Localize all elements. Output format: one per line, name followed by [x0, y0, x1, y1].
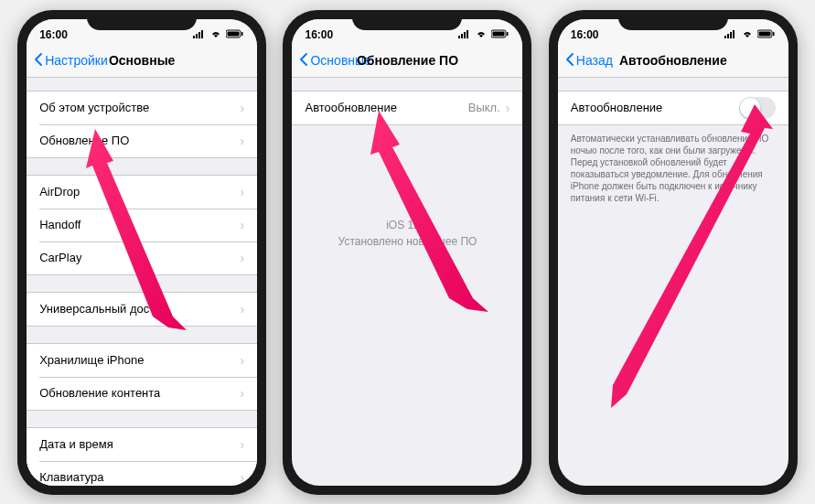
wifi-icon [209, 28, 222, 41]
svg-rect-3 [201, 30, 203, 38]
screen-auto-update: 16:00 Назад Автообновление Автообновлени… [558, 19, 788, 486]
chevron-right-icon: › [240, 353, 244, 368]
svg-rect-8 [461, 34, 463, 38]
status-time: 16:00 [39, 28, 68, 41]
row-label: AirDrop [39, 185, 80, 198]
signal-icon [724, 28, 737, 41]
phone-1: 16:00 Настройки Основные [17, 10, 266, 495]
row-accessibility[interactable]: Универсальный доступ › [27, 293, 257, 326]
settings-group: Дата и время › Клавиатура › Язык и регио… [27, 427, 257, 486]
row-label: Обновление ПО [39, 134, 129, 147]
screen-general: 16:00 Настройки Основные [27, 19, 257, 486]
row-label: Handoff [39, 218, 80, 231]
nav-bar: Основные Обновление ПО [292, 45, 522, 78]
row-label: Автообновление [571, 101, 663, 114]
svg-rect-20 [773, 32, 775, 36]
svg-rect-9 [464, 32, 466, 38]
wifi-icon [475, 28, 488, 41]
row-about[interactable]: Об этом устройстве › [27, 91, 257, 124]
ios-version: iOS 12.1 [310, 217, 504, 233]
status-right [458, 28, 509, 41]
page-title: Автообновление [619, 53, 727, 68]
row-software-update[interactable]: Обновление ПО › [27, 124, 257, 157]
notch [352, 10, 462, 30]
chevron-right-icon: › [240, 470, 244, 485]
svg-rect-12 [493, 31, 505, 36]
svg-rect-1 [196, 34, 198, 38]
chevron-right-icon: › [240, 251, 244, 265]
section-footer: Автоматически устанавливать обновления П… [558, 125, 788, 211]
svg-rect-0 [193, 36, 195, 38]
svg-rect-15 [727, 34, 729, 38]
back-label: Настройки [45, 53, 108, 68]
status-right [724, 28, 776, 41]
chevron-right-icon: › [240, 437, 244, 452]
nav-bar: Назад Автообновление [558, 45, 788, 78]
page-title: Основные [109, 53, 176, 68]
update-status: iOS 12.1 Установлено новейшее ПО [292, 125, 522, 268]
toggle-switch[interactable] [739, 97, 776, 119]
row-auto-update-toggle[interactable]: Автообновление [558, 91, 788, 124]
svg-rect-7 [458, 36, 460, 38]
wifi-icon [741, 28, 754, 41]
screen-software-update: 16:00 Основные Обновление ПО Автообновле… [292, 19, 522, 486]
row-label: Универсальный доступ [39, 302, 167, 316]
svg-rect-2 [198, 32, 200, 38]
row-label: Хранилище iPhone [39, 353, 144, 367]
status-time: 16:00 [571, 28, 599, 41]
row-label: Дата и время [39, 437, 113, 451]
page-title: Обновление ПО [357, 53, 458, 68]
row-value: Выкл. [468, 101, 500, 114]
row-label: CarPlay [39, 251, 81, 264]
chevron-right-icon: › [240, 386, 244, 401]
svg-rect-6 [241, 32, 243, 36]
row-label: Автообновление [305, 101, 397, 114]
svg-rect-16 [730, 32, 732, 38]
content[interactable]: Автообновление Выкл. › iOS 12.1 Установл… [292, 78, 522, 486]
svg-rect-17 [733, 30, 735, 38]
back-button[interactable]: Настройки [34, 52, 108, 70]
back-button[interactable]: Назад [565, 52, 613, 70]
chevron-left-icon [299, 52, 308, 70]
phone-3: 16:00 Назад Автообновление Автообновлени… [549, 10, 798, 495]
signal-icon [458, 28, 471, 41]
chevron-right-icon: › [240, 218, 244, 232]
svg-rect-14 [724, 36, 726, 38]
battery-icon [757, 28, 776, 41]
row-background-refresh[interactable]: Обновление контента › [27, 377, 257, 410]
settings-group: Автообновление [558, 91, 788, 125]
battery-icon [226, 28, 244, 41]
settings-group: Хранилище iPhone › Обновление контента › [27, 343, 257, 411]
row-carplay[interactable]: CarPlay › [27, 241, 257, 274]
settings-group: AirDrop › Handoff › CarPlay › [27, 175, 257, 275]
content[interactable]: Об этом устройстве › Обновление ПО › Air… [27, 78, 257, 486]
content[interactable]: Автообновление Автоматически устанавлива… [558, 78, 788, 486]
svg-rect-13 [507, 32, 509, 36]
settings-group: Об этом устройстве › Обновление ПО › [27, 91, 257, 158]
row-airdrop[interactable]: AirDrop › [27, 176, 257, 209]
battery-icon [491, 28, 509, 41]
phone-2: 16:00 Основные Обновление ПО Автообновле… [283, 10, 531, 495]
notch [87, 10, 197, 30]
update-message: Установлено новейшее ПО [310, 233, 504, 250]
row-label: Клавиатура [39, 470, 103, 484]
settings-group: Автообновление Выкл. › [292, 91, 522, 125]
row-label: Обновление контента [39, 386, 160, 400]
chevron-right-icon: › [240, 302, 244, 316]
settings-group: Универсальный доступ › [27, 292, 257, 327]
row-handoff[interactable]: Handoff › [27, 209, 257, 241]
row-storage[interactable]: Хранилище iPhone › [27, 344, 257, 377]
back-label: Назад [576, 53, 613, 68]
svg-rect-10 [466, 30, 468, 38]
svg-rect-5 [228, 31, 240, 36]
row-right: Выкл. › [468, 101, 510, 115]
chevron-right-icon: › [240, 134, 244, 148]
row-label: Об этом устройстве [39, 101, 149, 114]
row-date-time[interactable]: Дата и время › [27, 428, 257, 461]
chevron-right-icon: › [506, 101, 510, 115]
status-time: 16:00 [305, 28, 333, 41]
nav-bar: Настройки Основные [27, 45, 257, 78]
row-keyboard[interactable]: Клавиатура › [27, 461, 257, 486]
row-auto-update[interactable]: Автообновление Выкл. › [292, 91, 522, 124]
chevron-left-icon [34, 52, 43, 70]
